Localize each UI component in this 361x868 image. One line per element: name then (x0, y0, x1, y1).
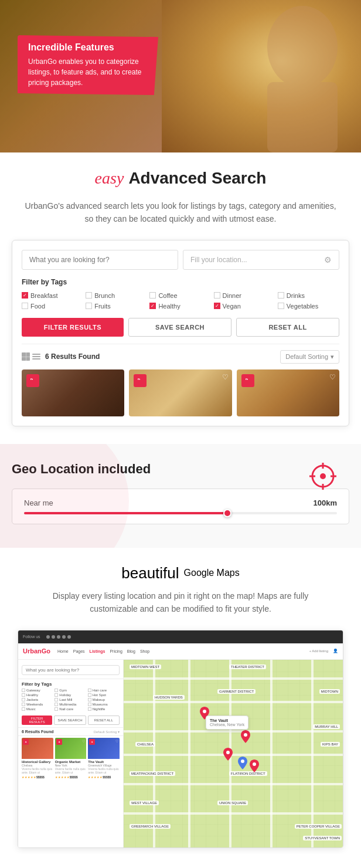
listing-card-1[interactable] (22, 369, 124, 416)
user-icon[interactable]: 👤 (333, 649, 338, 653)
nav-shop[interactable]: Shop (140, 649, 149, 653)
listing-card-2[interactable]: ♡ (129, 369, 231, 416)
map-tag-museums[interactable]: Museums (88, 703, 120, 706)
tag-checkbox-vegetables[interactable] (278, 303, 284, 309)
map-label-murray: MURRAY HILL (313, 724, 340, 729)
tag-drinks[interactable]: Drinks (278, 292, 339, 299)
map-cb-holiday[interactable] (55, 693, 58, 697)
map-cb-nightlife[interactable] (88, 707, 91, 711)
tag-fruits[interactable]: Fruits (86, 303, 147, 310)
search-input[interactable] (22, 250, 178, 270)
map-tag-haircare[interactable]: Hair care (88, 689, 120, 692)
tag-checkbox-coffee[interactable] (149, 292, 156, 299)
filter-results-button[interactable]: FILTER RESULTS (22, 318, 124, 337)
map-card-heart-2[interactable]: ♡ (82, 739, 85, 743)
nav-home[interactable]: Home (57, 649, 69, 653)
map-cb-nailcare[interactable] (55, 707, 58, 711)
list-view-icon[interactable] (32, 352, 40, 361)
tag-checkbox-breakfast[interactable]: ✓ (22, 292, 28, 299)
map-card-title-3: The Vault (88, 759, 120, 764)
map-cb-music[interactable] (22, 707, 25, 711)
map-pin-3 (223, 748, 233, 763)
svg-point-8 (203, 710, 206, 713)
location-input[interactable]: Fill your location... ⚙ (183, 250, 339, 270)
map-sort[interactable]: Default Sorting ▾ (94, 730, 120, 734)
map-cb-weekends[interactable] (22, 703, 25, 706)
social-icon-2[interactable] (52, 635, 55, 639)
tag-vegetables[interactable]: Vegetables (278, 303, 339, 310)
tag-dinner[interactable]: Dinner (214, 292, 275, 299)
map-label-theater: THEATER DISTRICT (229, 664, 266, 669)
nav-listings[interactable]: Listings (90, 649, 105, 653)
map-tag-holiday[interactable]: Holiday (55, 693, 86, 697)
tag-checkbox-vegan[interactable]: ✓ (214, 303, 220, 309)
map-tag-gym[interactable]: Gym (55, 689, 86, 692)
save-search-button[interactable]: SAVE SEARCH (128, 318, 231, 337)
grid-view-icon[interactable] (22, 352, 30, 361)
map-tag-nightlife[interactable]: Nightlife (88, 707, 120, 711)
map-tag-jackets[interactable]: Jackets (22, 698, 53, 701)
reset-all-button[interactable]: RESET ALL (236, 318, 339, 337)
nav-pricing[interactable]: Pricing (110, 649, 122, 653)
map-card-heart-3[interactable]: ♡ (115, 739, 118, 743)
map-card-2[interactable]: ✦ ♡ Organic Market New York Viverra faci… (55, 738, 87, 779)
map-cb-multimedia[interactable] (55, 703, 58, 706)
sort-dropdown[interactable]: Default Sorting ▾ (280, 350, 339, 364)
tag-healthy[interactable]: ✓ Healthy (149, 303, 211, 310)
tag-vegan[interactable]: ✓ Vegan (214, 303, 275, 310)
map-cb-makeup[interactable] (88, 698, 91, 701)
map-tag-healthy2[interactable]: Healthy (22, 693, 53, 697)
tag-breakfast[interactable]: ✓ Breakfast (22, 292, 83, 299)
map-card-title-2: Organic Market (55, 759, 87, 764)
map-card-1[interactable]: ✦ Historical Gallery Chelsea Viverra fac… (22, 738, 53, 779)
map-label-west-village: WEST VILLAGE (130, 801, 159, 805)
social-icon-3[interactable] (57, 635, 60, 639)
map-cb-lastmill[interactable] (55, 698, 58, 701)
map-cb-hotspot[interactable] (88, 693, 91, 697)
tag-checkbox-food[interactable] (22, 303, 28, 309)
results-left: 6 Results Found (22, 352, 100, 361)
nav-blog[interactable]: Blog (127, 649, 135, 653)
social-icon-5[interactable] (67, 635, 71, 639)
social-icon-4[interactable] (62, 635, 66, 639)
hero-image (162, 0, 361, 152)
map-search-input[interactable] (22, 665, 120, 675)
map-filter-button[interactable]: FILTER RESULTS (22, 716, 52, 725)
tag-checkbox-drinks[interactable] (278, 292, 284, 299)
tag-checkbox-brunch[interactable] (86, 292, 92, 299)
distance-slider[interactable] (24, 512, 337, 514)
map-cb-jackets[interactable] (22, 698, 25, 701)
social-icon-1[interactable] (46, 635, 50, 639)
tag-checkbox-healthy[interactable]: ✓ (149, 303, 156, 309)
tag-checkbox-dinner[interactable] (214, 292, 220, 299)
map-tag-hotspot[interactable]: Hot Spot (88, 693, 120, 697)
map-cb-museums[interactable] (88, 703, 91, 706)
map-tag-weekends[interactable]: Weekends (22, 703, 53, 706)
map-save-button[interactable]: SAVE SEARCH (54, 716, 86, 725)
map-tag-music[interactable]: Music (22, 707, 53, 711)
heart-icon-2[interactable]: ♡ (222, 373, 229, 381)
nav-pages[interactable]: Pages (73, 649, 85, 653)
map-tag-nailcare[interactable]: Nail care (55, 707, 86, 711)
add-listing-btn[interactable]: + Add listing (309, 649, 328, 653)
map-card-3[interactable]: ✦ ♡ The Vault Greenwich Village Viverra … (88, 738, 120, 779)
tag-checkbox-fruits[interactable] (86, 303, 92, 309)
tag-brunch[interactable]: Brunch (86, 292, 147, 299)
map-cb-healthy2[interactable] (22, 693, 25, 697)
map-cb-haircare[interactable] (88, 689, 91, 692)
map-tag-makeup[interactable]: Makeup (88, 698, 120, 701)
map-tag-multimedia[interactable]: Multimedia (55, 703, 86, 706)
listing-card-3[interactable]: ♡ (237, 369, 339, 416)
gear-icon[interactable]: ⚙ (324, 255, 332, 265)
results-count: 6 Results Found (45, 352, 100, 361)
map-tag-lastmill[interactable]: Last Mill (55, 698, 86, 701)
map-reset-button[interactable]: RESET ALL (88, 716, 120, 725)
heart-icon-3[interactable]: ♡ (329, 373, 336, 381)
map-tag-gateway[interactable]: Gateway (22, 689, 53, 692)
map-cb-gym[interactable] (55, 689, 58, 692)
tag-coffee[interactable]: Coffee (149, 292, 211, 299)
slider-thumb[interactable] (223, 509, 231, 517)
map-cb-gateway[interactable] (22, 689, 25, 692)
tag-food[interactable]: Food (22, 303, 83, 310)
map-card-price-2: $$$$$ (70, 775, 78, 779)
